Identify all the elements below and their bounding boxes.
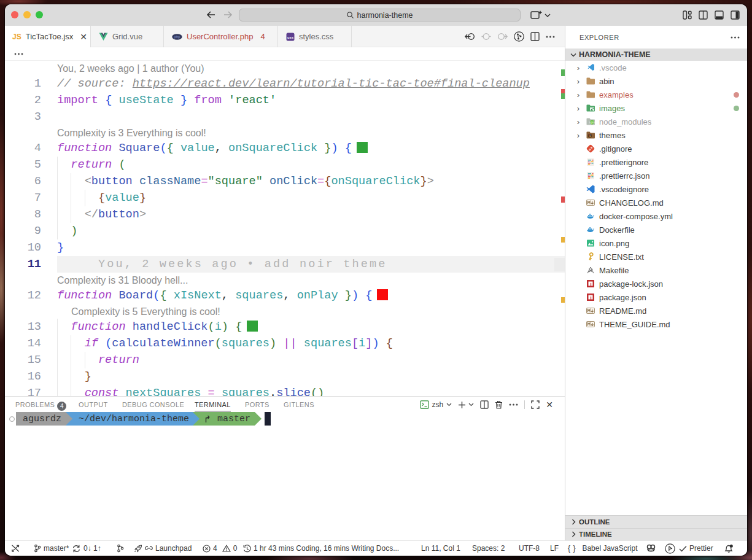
svg-text:css: css	[287, 35, 294, 39]
svg-text:npm: npm	[589, 121, 595, 124]
svg-text:php: php	[174, 35, 180, 39]
